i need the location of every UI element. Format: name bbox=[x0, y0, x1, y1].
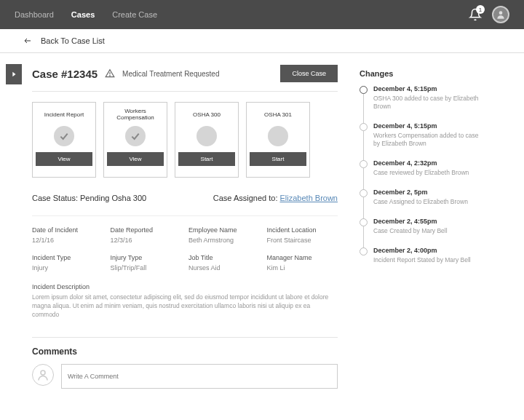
nav-links: Dashboard Cases Create Case bbox=[15, 10, 157, 19]
detail-value: Front Staircase bbox=[267, 237, 338, 244]
warning-icon bbox=[105, 68, 115, 79]
detail-value: 12/1/16 bbox=[32, 237, 103, 244]
svg-point-0 bbox=[499, 11, 503, 15]
detail-label: Date Reported bbox=[111, 226, 182, 234]
details-grid: Date of Incident12/1/16Date Reported12/3… bbox=[32, 215, 338, 272]
assigned-wrap: Case Assigned to: Elizabeth Brown bbox=[213, 194, 338, 202]
timeline-description: Case reviewed by Elizabeth Brown bbox=[373, 169, 469, 177]
detail-field: Injury TypeSlip/Trip/Fall bbox=[111, 254, 182, 272]
timeline-item: December 4, 5:15pmOSHA 300 added to case… bbox=[360, 85, 483, 122]
timeline-time: December 4, 5:15pm bbox=[373, 122, 483, 130]
back-arrow-icon[interactable] bbox=[22, 36, 33, 45]
timeline-content: December 2, 4:55pmCase Created by Mary B… bbox=[373, 218, 448, 235]
card-action-button[interactable]: Start bbox=[178, 152, 235, 166]
svg-point-4 bbox=[110, 76, 111, 76]
detail-value: 12/3/16 bbox=[111, 237, 182, 244]
timeline-dot-icon bbox=[360, 247, 368, 255]
check-icon bbox=[58, 130, 70, 142]
back-bar: Back To Case List bbox=[0, 29, 524, 53]
timeline-content: December 4, 5:15pmWorkers Compensation a… bbox=[373, 122, 483, 148]
form-card: Workers CompensationView bbox=[103, 102, 167, 178]
timeline-item: December 2, 5pmCase Assigned to Elizabet… bbox=[360, 189, 483, 218]
form-card: Incident ReportView bbox=[32, 102, 96, 178]
form-cards: Incident ReportViewWorkers CompensationV… bbox=[32, 102, 338, 178]
detail-field: Date Reported12/3/16 bbox=[111, 226, 182, 244]
card-title: Incident Report bbox=[44, 107, 84, 122]
card-status-circle bbox=[54, 126, 74, 146]
assigned-user-link[interactable]: Elizabeth Brown bbox=[280, 194, 338, 202]
detail-label: Incident Location bbox=[267, 226, 338, 234]
card-status-circle bbox=[125, 126, 146, 146]
detail-field: Manager NameKim Li bbox=[267, 254, 338, 272]
timeline-time: December 4, 2:32pm bbox=[373, 159, 469, 167]
user-icon bbox=[36, 368, 49, 381]
timeline-item: December 4, 2:32pmCase reviewed by Eliza… bbox=[360, 159, 483, 189]
timeline-dot-icon bbox=[360, 123, 368, 131]
description-text: Lorem ipsum dolor sit amet, consectetur … bbox=[32, 293, 338, 320]
timeline-item: December 2, 4:55pmCase Created by Mary B… bbox=[360, 218, 483, 247]
content: Case #12345 Medical Treatment Requested … bbox=[0, 53, 524, 389]
svg-point-5 bbox=[41, 371, 45, 375]
timeline-description: Case Created by Mary Bell bbox=[373, 227, 448, 235]
timeline-description: Workers Compensation added to case by El… bbox=[373, 132, 483, 148]
card-action-button[interactable]: Start bbox=[250, 152, 306, 166]
nav-right: 1 bbox=[469, 6, 509, 23]
detail-label: Manager Name bbox=[267, 254, 338, 261]
incident-description: Incident Description Lorem ipsum dolor s… bbox=[32, 283, 338, 320]
timeline-dot-icon bbox=[360, 218, 368, 226]
detail-value: Injury bbox=[32, 264, 103, 272]
changes-title: Changes bbox=[360, 69, 483, 78]
main-column: Case #12345 Medical Treatment Requested … bbox=[32, 65, 338, 389]
timeline-item: December 2, 4:00pmIncident Report Stated… bbox=[360, 247, 483, 276]
timeline-dot-icon bbox=[360, 160, 368, 168]
back-label[interactable]: Back To Case List bbox=[41, 36, 105, 45]
card-title: OSHA 301 bbox=[264, 107, 292, 122]
detail-value: Nurses Aid bbox=[188, 264, 260, 272]
timeline-content: December 4, 2:32pmCase reviewed by Eliza… bbox=[373, 159, 469, 177]
nav-create-case[interactable]: Create Case bbox=[112, 10, 157, 19]
chevron-right-icon bbox=[10, 69, 17, 79]
comment-row bbox=[32, 364, 338, 389]
timeline-content: December 4, 5:15pmOSHA 300 added to case… bbox=[373, 85, 483, 111]
notifications-button[interactable]: 1 bbox=[469, 8, 482, 21]
detail-field: Incident TypeInjury bbox=[32, 254, 103, 272]
detail-value: Slip/Trip/Fall bbox=[111, 264, 182, 272]
detail-label: Incident Type bbox=[32, 254, 103, 261]
detail-label: Date of Incident bbox=[32, 226, 103, 234]
card-status-circle bbox=[196, 126, 217, 146]
timeline-dot-icon bbox=[360, 189, 368, 197]
card-title: OSHA 300 bbox=[193, 107, 221, 122]
detail-field: Employee NameBeth Armstrong bbox=[188, 226, 260, 244]
comment-input[interactable] bbox=[61, 364, 338, 389]
timeline-content: December 2, 5pmCase Assigned to Elizabet… bbox=[373, 189, 468, 206]
svg-marker-2 bbox=[12, 72, 15, 77]
changes-column: Changes December 4, 5:15pmOSHA 300 added… bbox=[360, 65, 483, 389]
form-card: OSHA 301Start bbox=[246, 102, 310, 178]
card-title: Workers Compensation bbox=[107, 107, 164, 122]
detail-field: Incident LocationFront Staircase bbox=[267, 226, 338, 244]
expand-sidebar-handle[interactable] bbox=[6, 64, 22, 84]
case-status-label: Case Status: Pending Osha 300 bbox=[32, 194, 146, 202]
nav-dashboard[interactable]: Dashboard bbox=[15, 10, 54, 19]
nav-cases[interactable]: Cases bbox=[71, 10, 95, 19]
timeline-time: December 2, 4:55pm bbox=[373, 218, 448, 225]
detail-value: Beth Armstrong bbox=[188, 237, 260, 244]
user-avatar[interactable] bbox=[492, 6, 509, 23]
notification-count: 1 bbox=[476, 5, 485, 14]
case-flag: Medical Treatment Requested bbox=[122, 70, 219, 78]
check-icon bbox=[130, 130, 141, 142]
timeline-dot-icon bbox=[360, 86, 368, 94]
top-nav: Dashboard Cases Create Case 1 bbox=[0, 0, 524, 29]
commenter-avatar bbox=[32, 364, 54, 386]
card-action-button[interactable]: View bbox=[36, 152, 92, 166]
card-action-button[interactable]: View bbox=[107, 152, 164, 166]
detail-label: Employee Name bbox=[188, 226, 260, 234]
status-row: Case Status: Pending Osha 300 Case Assig… bbox=[32, 194, 338, 202]
detail-label: Job Title bbox=[188, 254, 260, 261]
timeline-content: December 2, 4:00pmIncident Report Stated… bbox=[373, 247, 471, 264]
detail-label: Injury Type bbox=[111, 254, 182, 261]
timeline-time: December 2, 4:00pm bbox=[373, 247, 471, 254]
detail-value: Kim Li bbox=[267, 264, 338, 272]
close-case-button[interactable]: Close Case bbox=[280, 65, 338, 82]
detail-field: Date of Incident12/1/16 bbox=[32, 226, 103, 244]
